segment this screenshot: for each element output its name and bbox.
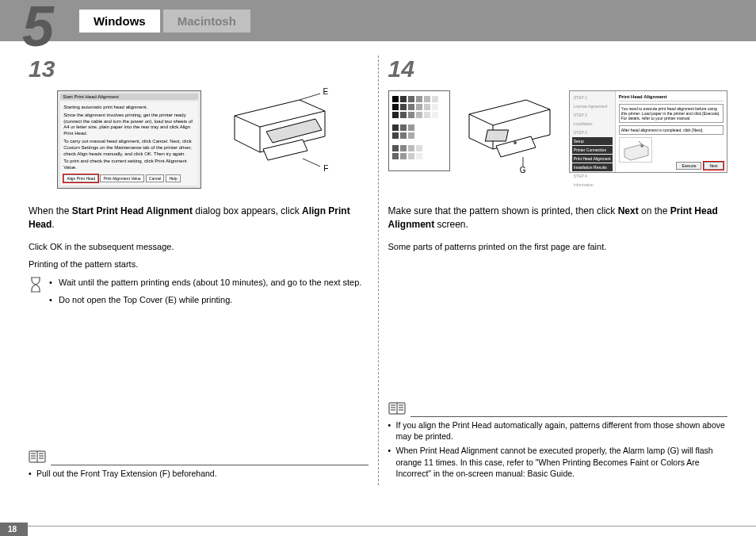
next-button[interactable]: Next: [704, 162, 723, 170]
nav-item: Printer Connection: [572, 146, 613, 154]
instruction-text: Make sure that the pattern shown is prin…: [388, 205, 728, 232]
text: Click: [29, 242, 50, 251]
dialog-body: Starting automatic print head alignment.…: [60, 101, 198, 186]
cancel-button[interactable]: Cancel: [146, 174, 165, 183]
callout-g: G: [520, 166, 526, 174]
divider: [410, 416, 728, 417]
page-number: 18: [0, 523, 28, 536]
hourglass-icon: [29, 276, 43, 312]
nav-item: Setup: [572, 137, 613, 145]
note-item: Wait until the pattern printing ends (ab…: [49, 276, 361, 289]
text-bold: OK: [50, 242, 63, 251]
dialog-buttons: Align Print Head Print Alignment Value C…: [63, 174, 195, 183]
divider: [51, 465, 368, 465]
footer-divider: [0, 526, 756, 526]
note-item: Do not open the Top Cover (E) while prin…: [49, 293, 361, 307]
text: on the: [639, 205, 670, 216]
note-block: Wait until the pattern printing ends (ab…: [29, 276, 368, 312]
text: screen.: [434, 219, 468, 230]
text-bold: Start Print Head Alignment: [72, 205, 193, 216]
printer-illustration: E F: [220, 90, 339, 178]
print-alignment-value-button[interactable]: Print Alignment Value: [100, 174, 143, 183]
nav-step: STEP 4: [572, 172, 613, 180]
dialog-title: Start Print Head Alignment: [60, 94, 198, 100]
nav-step: STEP 2: [572, 111, 613, 119]
svg-line-1: [303, 159, 320, 167]
text-bold: Next: [618, 205, 639, 216]
nav-step: STEP 1: [572, 94, 613, 101]
dialog-start-print-head-alignment: Start Print Head Alignment Starting auto…: [57, 90, 201, 189]
dialog-text: Starting automatic print head alignment.: [63, 105, 195, 111]
setup-title: Print Head Alignment: [619, 94, 724, 101]
help-button[interactable]: Help: [166, 174, 180, 183]
svg-rect-10: [485, 130, 508, 141]
step-number: 13: [29, 56, 368, 82]
printer-illustration: G: [458, 90, 561, 173]
tab-macintosh: Macintosh: [163, 10, 250, 33]
nav-item: Installation: [572, 120, 613, 128]
execute-button[interactable]: Execute: [676, 162, 701, 170]
chapter-number: 5: [22, 0, 54, 59]
reference-item: When Print Head Alignment cannot be exec…: [388, 445, 728, 480]
book-icon: [388, 402, 406, 417]
dialog-text: To carry out manual head alignment, clic…: [63, 139, 195, 157]
tab-windows: Windows: [79, 10, 160, 33]
instruction-text: When the Start Print Head Alignment dial…: [29, 205, 368, 232]
text: Make sure that the pattern shown is prin…: [388, 205, 618, 216]
nav-item: License Agreement: [572, 102, 613, 110]
reference-block: If you align the Print Head automaticall…: [388, 402, 728, 482]
dialog-text: Since the alignment involves printing, g…: [63, 113, 195, 137]
printer-svg: [458, 90, 561, 173]
printer-svg: [220, 90, 339, 178]
nav-item: Installation Results: [572, 163, 613, 171]
reference-item: If you align the Print Head automaticall…: [388, 419, 728, 442]
callout-e: E: [323, 87, 329, 96]
nav-item: Information: [572, 181, 613, 189]
figure-row-14: G STEP 1 License Agreement STEP 2 Instal…: [388, 90, 728, 193]
column-step-13: 13 Start Print Head Alignment Starting a…: [19, 56, 379, 485]
text-bold: Alarm: [623, 446, 644, 455]
text: dialog box appears, click: [193, 205, 302, 216]
setup-message: You need to execute print head alignment…: [619, 104, 724, 123]
sub-instruction: Some parts of patterns printed on the fi…: [388, 240, 728, 254]
nav-step: STEP 3: [572, 128, 613, 136]
svg-point-12: [514, 141, 517, 144]
pattern-sheet: [388, 90, 450, 171]
content-area: 13 Start Print Head Alignment Starting a…: [0, 41, 756, 485]
step-number: 14: [388, 56, 728, 82]
dialog-text: To print and check the current setting, …: [63, 159, 195, 171]
header-bar: Windows Macintosh: [0, 0, 756, 41]
sub-instruction: Printing of the pattern starts.: [29, 258, 368, 271]
text: in the subsequent message.: [63, 242, 174, 251]
nav-item: Print Head Alignment: [572, 155, 613, 163]
callout-f: F: [323, 164, 328, 173]
align-print-head-button[interactable]: Align Print Head: [63, 174, 98, 183]
figure-row-13: Start Print Head Alignment Starting auto…: [29, 90, 368, 193]
text: When Print Head Alignment cannot be exec…: [396, 446, 623, 455]
dialog-print-head-alignment: STEP 1 License Agreement STEP 2 Installa…: [569, 90, 727, 173]
setup-illustration: [619, 137, 652, 163]
text: .: [572, 469, 575, 478]
setup-nav: STEP 1 License Agreement STEP 2 Installa…: [570, 91, 616, 172]
column-step-14: 14: [379, 56, 738, 485]
reference-item: Pull out the Front Tray Extension (F) be…: [29, 468, 368, 480]
text: .: [52, 219, 54, 230]
text: When the: [29, 205, 72, 216]
setup-message: After head alignment is completed, click…: [619, 125, 724, 135]
setup-main: Print Head Alignment You need to execute…: [616, 91, 727, 172]
svg-line-0: [300, 94, 320, 100]
book-icon: [29, 450, 46, 465]
text-bold: Basic Guide: [527, 469, 572, 478]
sub-instruction: Click OK in the subsequent message.: [29, 240, 368, 254]
reference-block: Pull out the Front Tray Extension (F) be…: [29, 450, 368, 482]
